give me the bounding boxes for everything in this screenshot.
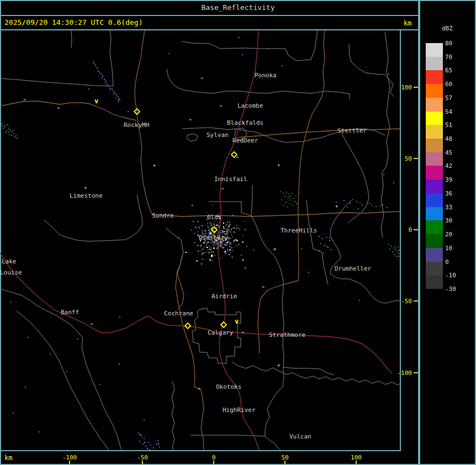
echo-pixel-clutter (229, 230, 230, 231)
scale-band (426, 70, 443, 84)
echo-pixel-clutter (216, 225, 218, 226)
echo-pixel-clutter (211, 226, 213, 227)
echo-pixel-west-blue (17, 138, 18, 139)
echo-pixel-clutter (200, 246, 201, 247)
echo-pixel-clutter (202, 258, 203, 260)
echo-pixel-clutter (238, 244, 240, 245)
echo-pixel-clutter (214, 225, 216, 226)
echo-pixel-clutter (226, 232, 227, 234)
echo-pixel-right-edge-green (396, 256, 398, 257)
echo-pixel-clutter (218, 244, 219, 245)
echo-pixel-green-specks (13, 133, 14, 134)
echo-pixel-east-blue (329, 240, 330, 241)
echo-pixel-clutter (223, 226, 224, 228)
echo-pixel-nw-line (112, 89, 113, 90)
bottom-axis-tick (69, 461, 70, 464)
echo-pixel-mid-green (283, 205, 284, 206)
echo-pixel-green-specks (1, 123, 2, 124)
echo-pixel-clutter (220, 231, 221, 232)
county-boundary (265, 436, 282, 450)
echo-pixel-clutter (221, 245, 222, 246)
county-boundary (71, 30, 72, 48)
echo-pixel-clutter (220, 232, 221, 234)
echo-pixel-nw-line (118, 101, 119, 102)
echo-pixel-clutter (203, 252, 204, 253)
echo-pixel-east-blue (331, 249, 332, 250)
echo-pixel-clutter (220, 225, 221, 226)
echo-pixel-west-blue (8, 131, 9, 133)
echo-pixel-clutter (211, 224, 212, 225)
echo-pixel-clutter (210, 232, 211, 233)
echo-pixel-clutter (216, 227, 217, 228)
radar-map-canvas: PonokaLacombeBlackfaldsSylvanRedDeerStet… (0, 30, 400, 450)
echo-pixel-green-specks (8, 128, 9, 129)
scan-timestamp: 2025/09/20 14:30:27 UTC 0.6(deg) (4, 18, 142, 27)
echo-pixel-mid-blue (298, 193, 299, 194)
echo-pixel-clutter (232, 250, 233, 251)
title-separator (0, 15, 420, 16)
echo-pixel-east-blue (336, 202, 337, 203)
echo-pixel-nw-line-dim (94, 63, 95, 64)
echo-pixel-clutter (225, 225, 226, 226)
echo-pixel-south-blue (142, 443, 144, 445)
echo-pixel-clutter (228, 225, 230, 227)
echo-pixel-west-blue (12, 130, 13, 131)
echo-pixel-south-blue (159, 446, 160, 447)
county-boundary (232, 362, 400, 385)
echo-pixel-nw-line (98, 71, 99, 72)
bottom-axis-unit-label: km (4, 454, 12, 462)
scale-tick-label: 10 (445, 244, 452, 251)
scale-band (426, 84, 443, 98)
map-glyph-icon: ^ (219, 104, 223, 110)
echo-pixel-mid-green (289, 194, 290, 195)
right-axis-tick-label: 50 (395, 155, 412, 162)
echo-pixel-clutter (216, 247, 218, 249)
echo-pixel-clutter (230, 238, 231, 239)
echo-pixel-north-sparse (282, 65, 283, 66)
echo-pixel-mid-green (285, 202, 287, 203)
town-label-olds: Olds (207, 214, 222, 221)
scale-band (426, 43, 443, 57)
map-glyph-icon: + (153, 162, 156, 168)
border-top (0, 0, 476, 1)
echo-pixel-south-bright (147, 448, 148, 449)
echo-pixel-right-edge-green (395, 249, 396, 250)
echo-pixel-clutter (195, 226, 196, 228)
echo-pixel-clutter (194, 233, 195, 234)
echo-pixel-south-blue (50, 353, 51, 355)
echo-pixel-west-blue (2, 125, 3, 126)
echo-pixel-clutter (213, 251, 214, 252)
echo-pixel-clutter (193, 221, 194, 222)
highway-road (225, 332, 392, 373)
echo-pixel-east-green (326, 246, 327, 247)
echo-pixel-clutter (231, 256, 233, 258)
echo-pixel-clutter (197, 221, 199, 223)
county-boundary (283, 367, 334, 375)
echo-pixel-clutter (217, 245, 218, 246)
echo-pixel-clutter (229, 246, 230, 247)
echo-pixel-south-blue (66, 371, 67, 372)
echo-pixel-south-blue (39, 431, 40, 432)
echo-pixel-clutter (230, 244, 231, 245)
echo-pixel-clutter (220, 258, 221, 259)
county-boundary (172, 381, 174, 450)
echo-pixel-clutter (229, 224, 230, 225)
echo-pixel-north-sparse (267, 48, 268, 49)
echo-pixel-clutter (213, 242, 214, 243)
echo-pixel-clutter (219, 222, 220, 223)
echo-pixel-clutter (234, 240, 235, 241)
echo-pixel-south-blue (139, 441, 140, 442)
echo-pixel-green-specks (15, 135, 17, 136)
right-axis-tick-label: 0 (395, 226, 412, 234)
echo-pixel-clutter (236, 245, 237, 246)
echo-pixel-east-blue (343, 200, 345, 201)
echo-pixel-clutter (205, 231, 206, 232)
echo-pixel-right-edge-green (394, 254, 395, 255)
scale-tick-label: 51 (445, 121, 452, 129)
page-title: Base_Reflectivity (201, 3, 274, 12)
echo-pixel-clutter (253, 250, 254, 251)
echo-pixel-clutter (208, 226, 209, 228)
echo-pixel-clutter (232, 236, 233, 237)
scale-band (426, 234, 443, 248)
echo-pixel-clutter (236, 240, 238, 241)
